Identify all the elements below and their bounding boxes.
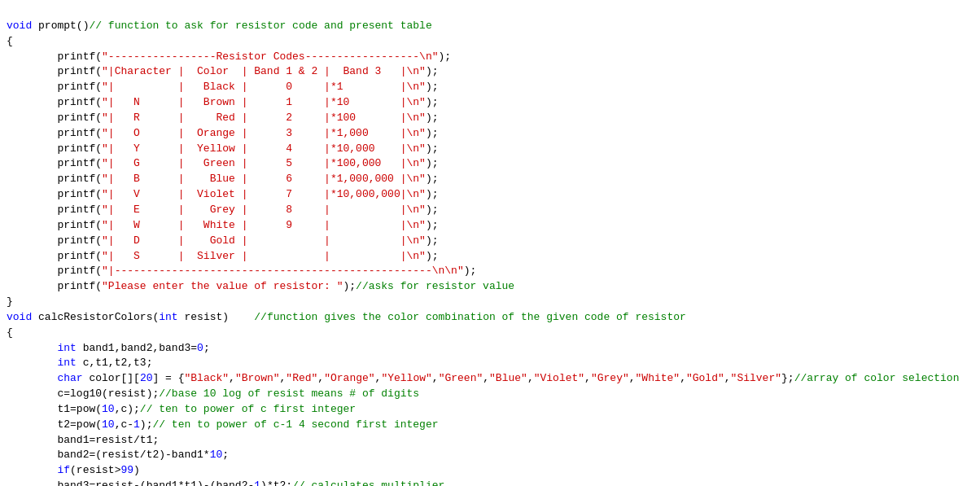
line-24: char color[][20] = {"Black","Brown","Red… [7, 372, 959, 384]
line-15: printf("| D | Gold | | |\n"); [7, 234, 439, 247]
line-21: { [7, 326, 13, 339]
line-25: c=log10(resist);//base 10 log of resist … [7, 387, 419, 400]
line-12: printf("| V | Violet | 7 |*10,000,000|\n… [7, 188, 439, 200]
line-9: printf("| Y | Yellow | 4 |*10,000 |\n"); [7, 142, 439, 155]
line-2: { [7, 35, 13, 47]
line-5: printf("| | Black | 0 |*1 |\n"); [7, 81, 439, 93]
line-19: } [7, 296, 13, 308]
line-1: void prompt()// function to ask for resi… [7, 20, 432, 32]
line-27: t2=pow(10,c-1);// ten to power of c-1 4 … [7, 418, 439, 431]
line-3: printf("-----------------Resistor Codes-… [7, 50, 451, 63]
line-22: int band1,band2,band3=0; [7, 342, 210, 354]
line-17: printf("|-------------------------------… [7, 265, 476, 277]
line-4: printf("|Character | Color | Band 1 & 2 … [7, 65, 439, 77]
code-editor: void prompt()// function to ask for resi… [0, 0, 980, 486]
line-30: if(resist>99) [7, 464, 140, 476]
line-7: printf("| R | Red | 2 |*100 |\n"); [7, 112, 439, 124]
line-26: t1=pow(10,c);// ten to power of c first … [7, 403, 356, 415]
line-14: printf("| W | White | 9 | |\n"); [7, 219, 439, 231]
line-28: band1=resist/t1; [7, 434, 159, 446]
line-11: printf("| B | Blue | 6 |*1,000,000 |\n")… [7, 173, 439, 185]
line-6: printf("| N | Brown | 1 |*10 |\n"); [7, 96, 439, 108]
line-8: printf("| O | Orange | 3 |*1,000 |\n"); [7, 127, 439, 139]
line-31: band3=resist-(band1*t1)-(band2-1)*t2;// … [7, 479, 444, 486]
line-23: int c,t1,t2,t3; [7, 357, 152, 369]
line-13: printf("| E | Grey | 8 | |\n"); [7, 204, 439, 216]
line-18: printf("Please enter the value of resist… [7, 280, 514, 292]
line-10: printf("| G | Green | 5 |*100,000 |\n"); [7, 157, 439, 169]
line-20: void calcResistorColors(int resist) //fu… [7, 311, 686, 323]
line-16: printf("| S | Silver | | |\n"); [7, 250, 439, 262]
line-29: band2=(resist/t2)-band1*10; [7, 449, 229, 461]
